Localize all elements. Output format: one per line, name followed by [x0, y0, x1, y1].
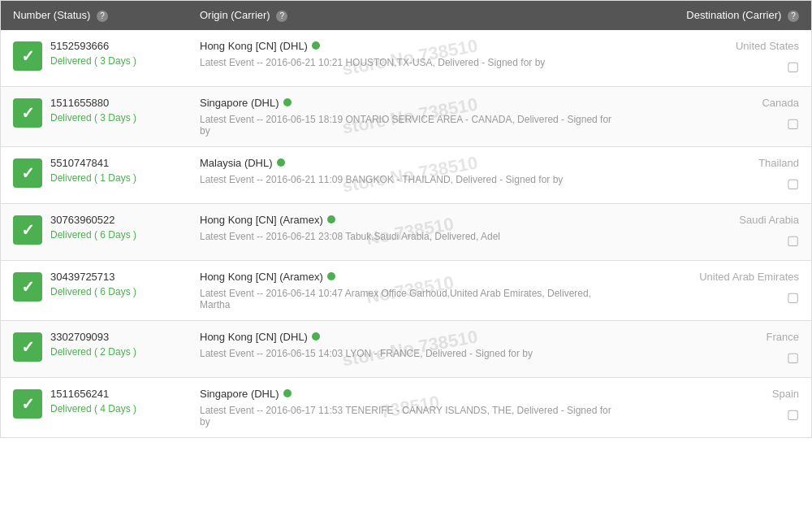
mobile-icon-5: ▢: [787, 349, 799, 365]
status-label-3: Delivered ( 6 Days ): [50, 229, 136, 241]
status-label-0: Delivered ( 3 Days ): [50, 55, 136, 67]
checkmark-2: ✓: [21, 163, 35, 183]
status-label-5: Delivered ( 2 Days ): [50, 346, 136, 358]
tracking-number-4[interactable]: 30439725713: [50, 271, 136, 283]
checkmark-0: ✓: [21, 46, 35, 66]
row-right-0: United States ▢: [633, 30, 811, 86]
event-line-5: Latest Event -- 2016-06-15 14:03 LYON - …: [200, 348, 620, 359]
tracking-number-6[interactable]: 1511656241: [50, 388, 136, 400]
event-line-1: Latest Event -- 2016-06-15 18:19 ONTARIO…: [200, 114, 620, 137]
origin-line-3: Hong Kong [CN] (Aramex): [200, 214, 620, 226]
header-destination: Destination (Carrier) ?: [633, 9, 811, 22]
destination-name-5: France: [767, 331, 799, 343]
row-middle-1: Singapore (DHL) Latest Event -- 2016-06-…: [188, 87, 633, 146]
table-row: ✓ 30763960522 Delivered ( 6 Days ) Hong …: [1, 204, 811, 261]
mobile-icon-1: ▢: [787, 115, 799, 131]
row-left-4: ✓ 30439725713 Delivered ( 6 Days ): [1, 261, 188, 320]
row-left-3: ✓ 30763960522 Delivered ( 6 Days ): [1, 204, 188, 260]
status-label-6: Delivered ( 4 Days ): [50, 403, 136, 414]
row-left-5: ✓ 3302709093 Delivered ( 2 Days ): [1, 321, 188, 377]
table-row: ✓ 1511655880 Delivered ( 3 Days ) Singap…: [1, 87, 811, 147]
number-info-0: 5152593666 Delivered ( 3 Days ): [50, 40, 136, 67]
status-label-4: Delivered ( 6 Days ): [50, 286, 136, 297]
origin-line-1: Singapore (DHL): [200, 97, 620, 109]
header-number: Number (Status) ?: [1, 9, 188, 22]
row-middle-4: Hong Kong [CN] (Aramex) Latest Event -- …: [188, 261, 633, 320]
number-info-6: 1511656241 Delivered ( 4 Days ): [50, 388, 136, 414]
status-label-1: Delivered ( 3 Days ): [50, 112, 136, 124]
event-line-2: Latest Event -- 2016-06-21 11:09 BANGKOK…: [200, 174, 620, 185]
tracking-number-5[interactable]: 3302709093: [50, 331, 136, 343]
tracking-number-0[interactable]: 5152593666: [50, 40, 136, 52]
row-left-1: ✓ 1511655880 Delivered ( 3 Days ): [1, 87, 188, 146]
table-row: ✓ 5510747841 Delivered ( 1 Days ) Malays…: [1, 147, 811, 204]
table-row: ✓ 30439725713 Delivered ( 6 Days ) Hong …: [1, 261, 811, 321]
verified-dot-icon-0: [312, 41, 320, 50]
mobile-icon-3: ▢: [787, 232, 799, 248]
number-info-5: 3302709093 Delivered ( 2 Days ): [50, 331, 136, 358]
origin-name-5: Hong Kong [CN] (DHL): [200, 331, 308, 343]
mobile-icon-4: ▢: [787, 289, 799, 305]
header-origin-help-icon[interactable]: ?: [276, 11, 287, 22]
destination-name-1: Canada: [762, 97, 799, 109]
row-right-4: United Arab Emirates ▢: [633, 261, 811, 320]
verified-dot-icon-6: [283, 389, 292, 397]
mobile-icon-2: ▢: [787, 176, 799, 191]
origin-name-3: Hong Kong [CN] (Aramex): [200, 214, 323, 226]
origin-line-6: Singapore (DHL): [200, 388, 620, 400]
tracking-number-1[interactable]: 1511655880: [50, 97, 136, 109]
origin-name-0: Hong Kong [CN] (DHL): [200, 40, 308, 52]
destination-name-4: United Arab Emirates: [699, 271, 799, 283]
checkmark-3: ✓: [21, 220, 35, 240]
header-number-help-icon[interactable]: ?: [97, 11, 108, 22]
row-middle-3: Hong Kong [CN] (Aramex) Latest Event -- …: [188, 204, 633, 260]
origin-name-6: Singapore (DHL): [200, 388, 279, 400]
row-right-2: Thailand ▢: [633, 147, 811, 203]
status-check-icon-3: ✓: [13, 215, 42, 245]
verified-dot-icon-2: [277, 158, 285, 167]
row-left-0: ✓ 5152593666 Delivered ( 3 Days ): [1, 30, 188, 86]
row-right-6: Spain ▢: [633, 378, 811, 437]
tracking-number-3[interactable]: 30763960522: [50, 214, 136, 226]
event-line-4: Latest Event -- 2016-06-14 10:47 Aramex …: [200, 288, 620, 310]
tracking-table: Number (Status) ? Origin (Carrier) ? Des…: [0, 0, 812, 438]
row-left-6: ✓ 1511656241 Delivered ( 4 Days ): [1, 378, 188, 437]
verified-dot-icon-4: [327, 272, 335, 280]
event-line-6: Latest Event -- 2016-06-17 11:53 TENERIF…: [200, 405, 620, 427]
checkmark-6: ✓: [21, 394, 35, 414]
checkmark-1: ✓: [21, 103, 35, 123]
status-check-icon-6: ✓: [13, 389, 42, 419]
destination-name-6: Spain: [772, 388, 799, 400]
origin-line-5: Hong Kong [CN] (DHL): [200, 331, 620, 343]
header-destination-help-icon[interactable]: ?: [788, 11, 799, 22]
row-right-1: Canada ▢: [633, 87, 811, 146]
status-check-icon-4: ✓: [13, 272, 42, 302]
origin-line-2: Malaysia (DHL): [200, 157, 620, 169]
row-middle-5: Hong Kong [CN] (DHL) Latest Event -- 201…: [188, 321, 633, 377]
event-line-3: Latest Event -- 2016-06-21 23:08 Tabuk,S…: [200, 231, 620, 242]
row-right-5: France ▢: [633, 321, 811, 377]
table-row: ✓ 5152593666 Delivered ( 3 Days ) Hong K…: [1, 30, 811, 87]
header-origin: Origin (Carrier) ?: [188, 9, 633, 22]
row-middle-6: Singapore (DHL) Latest Event -- 2016-06-…: [188, 378, 633, 437]
row-middle-0: Hong Kong [CN] (DHL) Latest Event -- 201…: [188, 30, 633, 86]
status-label-2: Delivered ( 1 Days ): [50, 172, 136, 184]
origin-name-1: Singapore (DHL): [200, 97, 279, 109]
origin-line-0: Hong Kong [CN] (DHL): [200, 40, 620, 52]
origin-line-4: Hong Kong [CN] (Aramex): [200, 271, 620, 283]
destination-name-2: Thailand: [758, 157, 799, 169]
status-check-icon-0: ✓: [13, 41, 42, 71]
verified-dot-icon-5: [312, 332, 320, 341]
event-line-0: Latest Event -- 2016-06-21 10:21 HOUSTON…: [200, 57, 620, 68]
destination-name-3: Saudi Arabia: [739, 214, 799, 226]
table-row: ✓ 1511656241 Delivered ( 4 Days ) Singap…: [1, 378, 811, 437]
mobile-icon-6: ▢: [787, 406, 799, 422]
checkmark-4: ✓: [21, 277, 35, 297]
tracking-number-2[interactable]: 5510747841: [50, 157, 136, 169]
number-info-3: 30763960522 Delivered ( 6 Days ): [50, 214, 136, 241]
row-left-2: ✓ 5510747841 Delivered ( 1 Days ): [1, 147, 188, 203]
number-info-4: 30439725713 Delivered ( 6 Days ): [50, 271, 136, 297]
table-header: Number (Status) ? Origin (Carrier) ? Des…: [1, 1, 811, 30]
status-check-icon-2: ✓: [13, 158, 42, 188]
number-info-1: 1511655880 Delivered ( 3 Days ): [50, 97, 136, 124]
